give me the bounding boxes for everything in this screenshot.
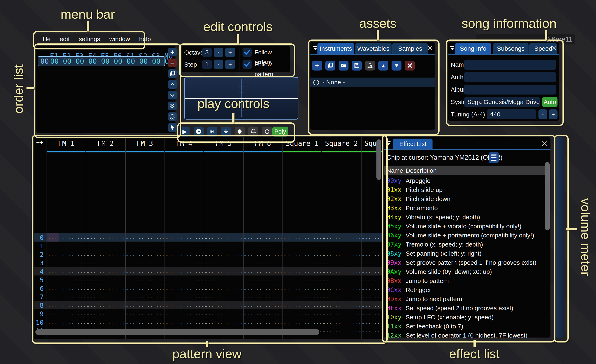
pattern-cell[interactable]: ... .. .. .... <box>205 277 246 282</box>
menu-item-edit[interactable]: edit <box>55 36 74 43</box>
pattern-cell[interactable]: ... .. .. .... <box>284 243 325 248</box>
order-cell[interactable]: 00 <box>127 57 135 65</box>
pattern-cell[interactable]: ... .. .. .... <box>284 311 325 316</box>
menu-item-window[interactable]: window <box>105 36 134 43</box>
pattern-cell[interactable]: ... .. .. .... <box>166 252 207 257</box>
pattern-cell[interactable]: ... .. .. .... <box>127 260 168 265</box>
pattern-cell[interactable]: ... .. .. .... <box>127 277 168 282</box>
effect-list-row[interactable]: 04xyVibrato (x: speed; y: depth) <box>384 213 551 222</box>
play-row-button[interactable] <box>207 127 217 137</box>
octave-plus-button[interactable]: + <box>225 48 235 57</box>
pattern-cell[interactable]: ... .. .. .... <box>127 269 168 274</box>
channel-header-fm-1[interactable]: FM 1 <box>58 139 74 147</box>
effect-list-row[interactable]: 07xyTremolo (x: speed; y: depth) <box>384 240 551 249</box>
asset-list-item[interactable]: - None - <box>310 78 435 87</box>
channel-header-fm-6[interactable]: FM 6 <box>254 139 271 147</box>
collapse-icon[interactable] <box>449 45 455 52</box>
pattern-cell[interactable]: ... .. .. .... <box>323 252 364 257</box>
pattern-cell[interactable]: ... .. .. .... <box>48 243 89 248</box>
pattern-cell[interactable]: ... .. .. .... <box>87 311 128 316</box>
pattern-cell[interactable]: ... .. .. .... <box>323 294 364 299</box>
pattern-cell[interactable]: ... .. .. .... <box>48 311 89 316</box>
pattern-cell[interactable]: ... .. .. .... <box>244 260 286 265</box>
order-chevron-up-button[interactable] <box>168 80 177 89</box>
pattern-cell[interactable]: ... .. .. .... <box>48 277 89 282</box>
pattern-cell[interactable]: ... .. .. .... <box>205 243 246 248</box>
pattern-cell[interactable]: ... .. .. .... <box>284 277 325 282</box>
order-cell[interactable]: 00 <box>152 57 161 65</box>
pattern-cell[interactable]: ... .. .. .... <box>166 320 207 325</box>
order-cell[interactable]: 00 <box>114 57 122 65</box>
effect-list-row[interactable]: 0CxxRetrigger <box>384 285 551 294</box>
repeat-button[interactable] <box>262 127 272 137</box>
order-list-row[interactable]: 00 00000000000000000000 <box>38 56 165 66</box>
assets-duplicate-button[interactable] <box>325 61 335 71</box>
assets-delete-x-button[interactable] <box>405 61 415 71</box>
effect-list-row[interactable]: 12xxSet level of operator 1 (0 highest, … <box>384 331 551 337</box>
effect-list-row[interactable]: 02xxPitch slide down <box>384 194 551 204</box>
tab-instruments[interactable]: Instruments <box>317 43 354 54</box>
pattern-cell[interactable]: ... .. .. .... <box>166 235 207 240</box>
pattern-cell[interactable]: ... .. .. .... <box>244 277 286 282</box>
pattern-cell[interactable]: ... .. .. .... <box>323 277 364 282</box>
order-minus-button[interactable]: − <box>168 58 177 67</box>
pattern-cell[interactable]: ... .. .. .... <box>87 286 128 291</box>
tuning-plus-button[interactable]: + <box>549 109 558 119</box>
play-button[interactable]: ▶ <box>180 127 190 137</box>
effect-list-row[interactable]: 09xxSet groove pattern (speed 1 if no gr… <box>384 258 551 267</box>
effect-list-scrollbar[interactable] <box>545 162 550 230</box>
pattern-cell[interactable]: ... .. .. .... <box>205 311 246 316</box>
step-down-button[interactable] <box>221 127 231 137</box>
pattern-cell[interactable]: ... .. .. .... <box>362 320 383 325</box>
effect-list-row[interactable]: 0DxxJump to next pattern <box>384 294 551 304</box>
pattern-cell[interactable]: ... .. .. .... <box>284 235 325 240</box>
order-plus-button[interactable]: + <box>168 48 177 57</box>
pattern-cell[interactable]: ... .. .. .... <box>244 243 286 248</box>
effect-list-row[interactable]: 0BxxJump to pattern <box>384 276 551 285</box>
pattern-cell[interactable]: ... .. .. .... <box>323 235 364 240</box>
pattern-cell[interactable]: ... .. .. .... <box>166 311 207 316</box>
effect-list-row[interactable]: 11xxSet feedback (0 to 7) <box>384 322 551 331</box>
follow-pattern-checkbox[interactable] <box>243 59 252 69</box>
pattern-cell[interactable]: ... .. .. .... <box>127 252 168 257</box>
effect-list-row[interactable]: 0FxxSet speed (speed 2 if no grooves exi… <box>384 304 551 313</box>
pattern-cell[interactable]: ... .. .. .... <box>87 243 128 248</box>
pattern-cell[interactable]: ... .. .. .... <box>127 311 168 316</box>
order-cell[interactable]: 00 <box>88 57 97 65</box>
pattern-cell[interactable]: ... .. .. .... <box>48 252 89 257</box>
effect-list-row[interactable]: 03xxPortamento <box>384 204 551 213</box>
pattern-cell[interactable]: ... .. .. .... <box>166 243 207 248</box>
pattern-cell[interactable]: ... .. .. .... <box>166 286 207 291</box>
pattern-cell[interactable]: ... .. .. .... <box>362 328 383 333</box>
order-cell[interactable]: 00 <box>50 57 59 65</box>
tab-wavetables[interactable]: Wavetables <box>355 43 392 54</box>
pattern-cell[interactable]: ... .. .. .... <box>323 286 364 291</box>
pattern-cell[interactable]: ... .. .. .... <box>87 260 128 265</box>
system-select[interactable]: Sega Genesis/Mega Drive <box>464 97 540 107</box>
pattern-cell[interactable]: ... .. .. .... <box>205 235 246 240</box>
pattern-cell[interactable]: ... .. .. .... <box>87 303 128 308</box>
octave-minus-button[interactable]: - <box>214 48 223 57</box>
effect-list-row[interactable]: 00xyArpeggio <box>384 176 551 185</box>
pattern-cell[interactable]: ... .. .. .... <box>127 286 168 291</box>
author-field[interactable] <box>464 72 556 82</box>
pattern-cell[interactable]: ... .. .. .... <box>127 243 168 248</box>
pattern-cell[interactable]: ... .. .. .... <box>362 260 383 265</box>
effect-list-row[interactable]: 10xySetup LFO (x: enable; y: speed) <box>384 313 551 322</box>
pattern-cell[interactable]: ... .. .. .... <box>323 243 364 248</box>
tab-effect-list[interactable]: Effect List <box>393 138 432 149</box>
pattern-cell[interactable]: ... .. .. .... <box>362 269 383 274</box>
pattern-cell[interactable]: ... .. .. .... <box>205 269 246 274</box>
pattern-cell[interactable]: ... .. .. .... <box>127 303 168 308</box>
pattern-cell[interactable]: ... .. .. .... <box>166 269 207 274</box>
name-field[interactable] <box>464 60 556 70</box>
pattern-vertical-scrollbar[interactable] <box>376 139 381 180</box>
pattern-cell[interactable]: ... .. .. .... <box>205 286 246 291</box>
close-icon[interactable] <box>551 44 558 52</box>
pattern-cell[interactable]: ... .. .. .... <box>87 320 128 325</box>
menu-burger-button[interactable] <box>489 152 499 163</box>
close-icon[interactable] <box>426 44 434 52</box>
assets-plus-button[interactable]: + <box>312 61 322 71</box>
pattern-cell[interactable]: ... .. .. .... <box>284 294 325 299</box>
pattern-cell[interactable]: ... .. .. .... <box>205 294 246 299</box>
